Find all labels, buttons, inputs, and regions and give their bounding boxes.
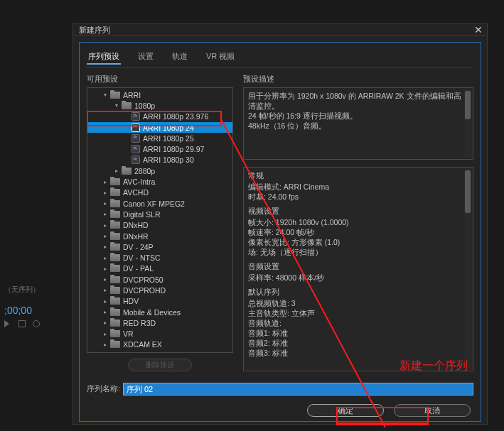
folder-icon xyxy=(110,92,120,99)
close-icon[interactable]: ✕ xyxy=(474,24,483,36)
folder-icon xyxy=(110,200,120,207)
preset-icon xyxy=(132,112,140,121)
scrollbar[interactable] xyxy=(464,89,471,158)
folder-icon xyxy=(122,168,132,175)
folder-icon xyxy=(110,265,120,272)
folder-icon xyxy=(110,189,120,196)
folder-icon xyxy=(110,233,120,240)
tree-folder[interactable]: ▸XDCAM EX xyxy=(87,339,232,350)
tree-folder[interactable]: ▸DV - NTSC xyxy=(87,252,232,263)
preset-icon xyxy=(132,134,140,143)
chevron-right-icon: ▸ xyxy=(102,189,109,196)
tree-preset[interactable]: ARRI 1080p 29.97 xyxy=(87,143,232,154)
chevron-right-icon: ▸ xyxy=(102,178,109,185)
preset-description-label: 预设描述 xyxy=(243,74,473,84)
folder-icon xyxy=(110,330,120,337)
bg-icons xyxy=(4,320,67,327)
tree-folder-2880p[interactable]: ▸2880p xyxy=(87,165,232,176)
preset-icon xyxy=(132,124,140,132)
timecode: ;00;00 xyxy=(4,305,67,316)
folder-icon xyxy=(110,320,120,327)
sequence-name-label: 序列名称: xyxy=(87,384,120,394)
preset-icon xyxy=(132,156,140,164)
tree-folder[interactable]: ▸VR xyxy=(87,329,232,339)
tree-folder[interactable]: ▸RED R3D xyxy=(87,317,232,328)
delete-preset-button: 删除预设 xyxy=(128,359,192,371)
folder-icon xyxy=(122,102,132,109)
tabs: 序列预设 设置 轨道 VR 视频 xyxy=(87,50,473,68)
annotation-text: 新建一个序列 xyxy=(400,359,468,373)
chevron-right-icon: ▸ xyxy=(102,233,109,240)
chevron-right-icon: ▸ xyxy=(102,309,109,316)
tree-folder[interactable]: ▸HDV xyxy=(87,296,232,307)
tree-folder[interactable]: ▸Mobile & Devices xyxy=(87,307,232,317)
folder-icon xyxy=(110,341,120,348)
tree-preset[interactable]: ARRI 1080p 23.976 xyxy=(87,111,232,122)
sequence-name-input[interactable] xyxy=(123,383,473,395)
chevron-right-icon: ▸ xyxy=(102,276,109,283)
dialog-titlebar[interactable]: 新建序列 ✕ xyxy=(73,24,487,36)
tab-tracks[interactable]: 轨道 xyxy=(171,50,189,65)
preset-icon xyxy=(132,145,140,153)
folder-icon xyxy=(110,254,120,261)
chevron-down-icon: ▾ xyxy=(102,92,109,99)
tree-folder[interactable]: ▸Canon XF MPEG2 xyxy=(87,198,232,209)
tree-folder[interactable]: ▸AVC-Intra xyxy=(87,176,232,187)
chevron-right-icon: ▸ xyxy=(102,254,109,261)
tree-folder[interactable]: ▸DNxHR xyxy=(87,231,232,241)
folder-icon xyxy=(110,287,120,294)
folder-icon xyxy=(110,178,120,185)
preset-details-box: 常规 编辑模式: ARRI Cinema 时基: 24.00 fps 视频设置 … xyxy=(243,167,473,371)
tree-folder[interactable]: ▸DVCPROHD xyxy=(87,285,232,295)
tree-preset[interactable]: ARRI 1080p 30 xyxy=(87,155,232,165)
folder-icon xyxy=(110,298,120,305)
tab-settings[interactable]: 设置 xyxy=(136,50,155,65)
folder-icon xyxy=(110,222,120,229)
tree-folder[interactable]: ▸DVCPRO50 xyxy=(87,274,232,285)
chevron-right-icon: ▸ xyxy=(102,244,109,251)
tree-preset[interactable]: ARRI 1080p 25 xyxy=(87,133,232,143)
ok-button[interactable]: 确定 xyxy=(307,404,384,417)
tree-folder-arri[interactable]: ▾ARRI xyxy=(87,89,232,100)
chevron-right-icon: ▸ xyxy=(102,330,109,337)
available-presets-label: 可用预设 xyxy=(87,74,233,84)
tree-folder[interactable]: ▸Digital SLR xyxy=(87,209,232,219)
chevron-right-icon: ▸ xyxy=(113,168,120,175)
tab-presets[interactable]: 序列预设 xyxy=(87,50,121,65)
tree-folder-1080p[interactable]: ▾1080p xyxy=(87,100,232,111)
preset-tree[interactable]: ▾ARRI ▾1080p ARRI 1080p 23.976 ARRI 1080… xyxy=(87,87,233,353)
tree-folder[interactable]: ▸AVCHD xyxy=(87,187,232,198)
dialog-title: 新建序列 xyxy=(79,25,110,36)
chevron-right-icon: ▸ xyxy=(102,222,109,229)
chevron-right-icon: ▸ xyxy=(102,265,109,272)
chevron-right-icon: ▸ xyxy=(102,211,109,218)
tree-folder[interactable]: ▸DV - 24P xyxy=(87,241,232,252)
background-panel: （无序列） ;00;00 xyxy=(0,280,71,330)
chevron-right-icon: ▸ xyxy=(102,341,109,348)
chevron-right-icon: ▸ xyxy=(102,287,109,294)
chevron-right-icon: ▸ xyxy=(102,320,109,327)
folder-icon xyxy=(110,309,120,316)
folder-icon xyxy=(110,276,120,283)
tree-folder[interactable]: ▸DV - PAL xyxy=(87,263,232,274)
tree-preset-selected[interactable]: ARRI 1080p 24 xyxy=(87,122,232,133)
cancel-button[interactable]: 取消 xyxy=(394,404,471,417)
tree-folder[interactable]: ▸DNxHD xyxy=(87,220,232,231)
tab-vr[interactable]: VR 视频 xyxy=(205,50,236,65)
preset-description-box: 用于分辨率为 1920h x 1080v 的 ARRIRAW 2K 文件的编辑和… xyxy=(243,87,473,160)
no-sequence-label: （无序列） xyxy=(4,285,67,295)
chevron-right-icon: ▸ xyxy=(102,298,109,305)
scrollbar[interactable] xyxy=(464,169,471,369)
chevron-right-icon: ▸ xyxy=(102,200,109,207)
folder-icon xyxy=(110,244,120,251)
chevron-down-icon: ▾ xyxy=(113,102,120,109)
folder-icon xyxy=(110,211,120,218)
